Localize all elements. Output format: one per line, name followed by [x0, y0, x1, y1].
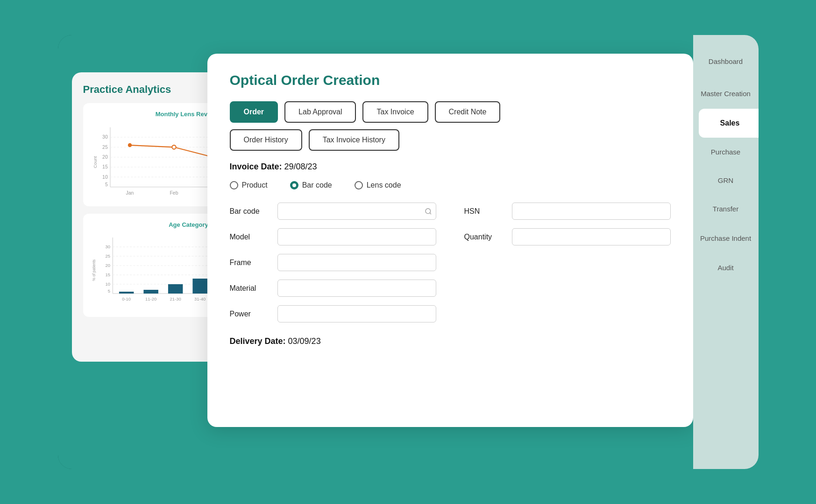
form-empty-3	[464, 305, 671, 322]
svg-text:Feb: Feb	[170, 190, 178, 196]
sidebar-item-purchase-indent[interactable]: Purchase Indent	[693, 223, 759, 253]
sidebar-item-grn[interactable]: GRN	[693, 166, 759, 195]
page-title: Optical Order Creation	[230, 72, 671, 88]
quantity-label: Quantity	[464, 233, 506, 241]
sidebar-item-audit[interactable]: Audit	[693, 253, 759, 282]
svg-rect-36	[119, 292, 134, 294]
svg-text:10: 10	[105, 282, 110, 287]
form-frame-row: Frame	[230, 254, 436, 271]
material-label: Material	[230, 284, 272, 293]
svg-point-19	[172, 145, 176, 149]
svg-rect-38	[168, 284, 183, 294]
tab-row-1: Order Lab Approval Tax Invoice Credit No…	[230, 101, 671, 123]
main-panel: Optical Order Creation Order Lab Approva…	[207, 54, 693, 427]
invoice-date-value: 29/08/23	[284, 162, 317, 171]
invoice-date-label: Invoice Date:	[230, 162, 282, 171]
radio-product-circle	[230, 181, 238, 189]
sidebar-item-purchase[interactable]: Purchase	[693, 138, 759, 166]
radio-lenscode-circle	[355, 181, 363, 189]
right-sidebar: Dashboard Master Creation Sales Purchase…	[693, 35, 759, 469]
screen-wrapper: Practice Analytics Monthly Lens Revenue …	[58, 35, 759, 469]
svg-text:30: 30	[102, 134, 108, 140]
sidebar-item-master-creation[interactable]: Master Creation	[693, 78, 759, 109]
svg-text:31-40: 31-40	[194, 297, 206, 301]
radio-barcode-label: Bar code	[302, 181, 332, 189]
tab-tax-invoice[interactable]: Tax Invoice	[362, 101, 428, 123]
form-quantity-row: Quantity	[464, 228, 671, 245]
svg-text:25: 25	[105, 254, 110, 259]
svg-text:Jan: Jan	[126, 190, 134, 196]
svg-text:0-10: 0-10	[122, 297, 131, 301]
radio-product[interactable]: Product	[230, 181, 268, 189]
material-input[interactable]	[277, 280, 436, 297]
quantity-input[interactable]	[512, 228, 671, 245]
form-hsn-row: HSN	[464, 203, 671, 220]
svg-text:21-30: 21-30	[170, 297, 181, 301]
barcode-label: Bar code	[230, 207, 272, 216]
svg-text:15: 15	[102, 164, 108, 169]
svg-text:Count: Count	[92, 156, 97, 168]
form-model-row: Model	[230, 228, 436, 245]
svg-text:5: 5	[107, 289, 110, 294]
delivery-date-value: 03/09/23	[288, 336, 321, 346]
radio-lenscode-label: Lens code	[367, 181, 401, 189]
tab-order[interactable]: Order	[230, 101, 278, 123]
tab-credit-note[interactable]: Credit Note	[435, 101, 501, 123]
svg-text:20: 20	[105, 263, 110, 268]
hsn-label: HSN	[464, 207, 506, 216]
svg-point-18	[128, 143, 131, 147]
form-grid: Bar code HSN Model Quantity Frame	[230, 203, 671, 322]
power-input[interactable]	[277, 305, 436, 322]
sidebar-item-dashboard[interactable]: Dashboard	[693, 44, 759, 78]
delivery-date-row: Delivery Date: 03/09/23	[230, 336, 671, 346]
svg-rect-37	[143, 290, 158, 294]
hsn-input[interactable]	[512, 203, 671, 220]
svg-text:30: 30	[105, 245, 110, 249]
radio-product-label: Product	[242, 181, 268, 189]
sidebar-item-sales[interactable]: Sales	[699, 109, 759, 138]
tab-order-history[interactable]: Order History	[230, 129, 302, 151]
radio-barcode-circle	[290, 181, 298, 189]
svg-text:25: 25	[102, 144, 108, 149]
power-label: Power	[230, 310, 272, 318]
radio-barcode[interactable]: Bar code	[290, 181, 332, 189]
frame-label: Frame	[230, 259, 272, 267]
radio-lenscode[interactable]: Lens code	[355, 181, 401, 189]
svg-text:11-20: 11-20	[145, 297, 156, 301]
barcode-input[interactable]	[277, 203, 436, 220]
model-label: Model	[230, 233, 272, 241]
tab-tax-invoice-history[interactable]: Tax Invoice History	[309, 129, 399, 151]
delivery-date-label: Delivery Date:	[230, 336, 286, 346]
svg-text:% of patients: % of patients	[92, 259, 96, 281]
model-input[interactable]	[277, 228, 436, 245]
form-material-row: Material	[230, 280, 436, 297]
svg-text:5: 5	[105, 181, 107, 187]
frame-input[interactable]	[277, 254, 436, 271]
form-barcode-row: Bar code	[230, 203, 436, 220]
sidebar-item-transfer[interactable]: Transfer	[693, 195, 759, 223]
svg-rect-39	[192, 279, 207, 294]
form-empty-1	[464, 254, 671, 271]
svg-text:15: 15	[105, 273, 110, 277]
tab-lab-approval[interactable]: Lab Approval	[284, 101, 356, 123]
tab-row-2: Order History Tax Invoice History	[230, 129, 671, 151]
radio-row: Product Bar code Lens code	[230, 181, 671, 189]
svg-text:10: 10	[102, 174, 108, 179]
invoice-date-row: Invoice Date: 29/08/23	[230, 162, 671, 172]
svg-text:20: 20	[102, 154, 108, 160]
form-power-row: Power	[230, 305, 436, 322]
form-empty-2	[464, 280, 671, 297]
